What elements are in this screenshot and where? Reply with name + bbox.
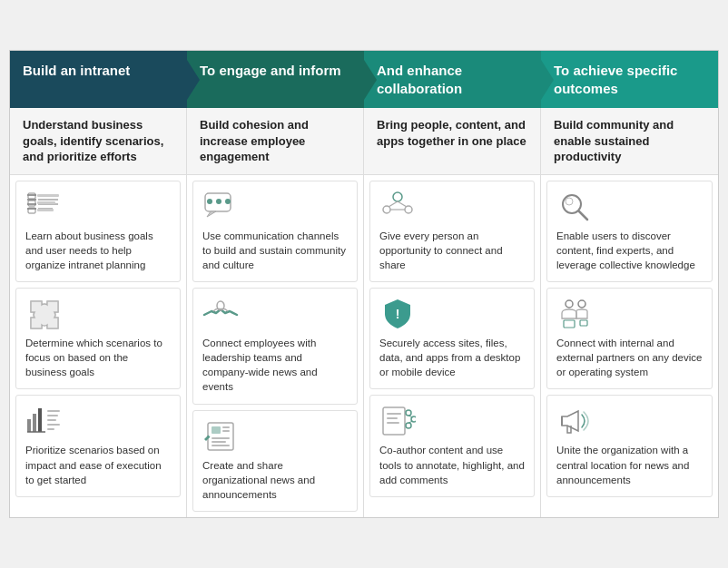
card-1-2: Determine which scenarios to focus on ba… — [15, 288, 181, 389]
card-1-3: Prioritize scenarios based on impact and… — [15, 395, 181, 496]
card-3-2-text: Securely access sites, files, data, and … — [379, 336, 525, 379]
header-cell-1: Build an intranet — [10, 51, 187, 108]
svg-rect-44 — [387, 413, 401, 415]
handshake-icon — [202, 298, 239, 330]
card-3-3: Co-author content and use tools to annot… — [369, 395, 535, 496]
header-cell-3: And enhance collaboration — [364, 51, 541, 108]
svg-rect-57 — [580, 320, 587, 326]
svg-rect-33 — [212, 441, 226, 443]
chat-icon — [202, 191, 239, 223]
news-icon — [202, 420, 239, 453]
subheader-cell-4: Build community and enable sustained pro… — [541, 108, 718, 174]
svg-rect-25 — [216, 199, 221, 204]
svg-rect-34 — [212, 445, 230, 446]
megaphone-icon — [556, 405, 593, 437]
svg-point-48 — [406, 423, 411, 428]
header-cell-2: To engage and inform — [187, 51, 364, 108]
header-row: Build an intranet To engage and inform A… — [10, 51, 718, 108]
header-label-1: Build an intranet — [23, 62, 130, 80]
svg-line-39 — [389, 201, 398, 207]
card-3-2: ! Securely access sites, files, data, an… — [369, 288, 535, 389]
card-2-1-text: Use communication channels to build and … — [202, 229, 348, 272]
main-container: Build an intranet To engage and inform A… — [9, 50, 719, 518]
content-col-1: Learn about business goals and user need… — [10, 175, 187, 517]
card-1-3-text: Prioritize scenarios based on impact and… — [25, 443, 171, 486]
card-3-1-text: Give every person an opportunity to conn… — [379, 229, 525, 272]
svg-rect-13 — [37, 209, 54, 211]
svg-point-56 — [578, 300, 585, 308]
svg-point-54 — [566, 198, 573, 205]
card-4-2: Connect with internal and external partn… — [546, 288, 713, 389]
svg-rect-22 — [47, 428, 54, 430]
chart-icon — [25, 405, 62, 437]
card-1-2-text: Determine which scenarios to focus on ba… — [25, 336, 171, 379]
svg-text:!: ! — [396, 307, 400, 321]
svg-rect-24 — [207, 199, 212, 204]
svg-rect-46 — [387, 422, 399, 424]
content-col-2: Use communication channels to build and … — [187, 175, 364, 517]
svg-line-40 — [398, 201, 407, 207]
card-2-2-text: Connect employees with leadership teams … — [202, 336, 348, 394]
svg-rect-31 — [222, 430, 230, 432]
svg-rect-14 — [27, 419, 31, 432]
card-4-1: Enable users to discover content, find e… — [546, 181, 713, 282]
card-4-1-text: Enable users to discover content, find e… — [556, 229, 703, 272]
svg-rect-19 — [47, 415, 58, 416]
card-4-3-text: Unite the organization with a central lo… — [556, 443, 703, 486]
card-2-3: Create and share organizational news and… — [192, 410, 358, 512]
svg-rect-58 — [564, 320, 575, 328]
svg-rect-21 — [47, 424, 60, 426]
card-2-1: Use communication channels to build and … — [192, 181, 358, 282]
svg-rect-45 — [387, 417, 398, 419]
card-1-1: Learn about business goals and user need… — [15, 181, 181, 282]
svg-rect-29 — [212, 426, 221, 434]
svg-rect-43 — [383, 407, 405, 435]
svg-rect-32 — [212, 437, 230, 439]
list-icon — [25, 191, 62, 223]
svg-point-55 — [566, 300, 573, 308]
svg-rect-12 — [37, 201, 55, 204]
svg-rect-15 — [33, 414, 36, 432]
card-1-1-text: Learn about business goals and user need… — [25, 229, 171, 272]
card-2-2: Connect employees with leadership teams … — [192, 288, 358, 404]
content-row: Learn about business goals and user need… — [10, 175, 718, 517]
svg-rect-16 — [38, 408, 42, 432]
card-4-3: Unite the organization with a central lo… — [546, 395, 713, 496]
puzzle-icon — [25, 298, 62, 330]
subheader-cell-1: Understand business goals, identify scen… — [10, 108, 187, 174]
search-magnify-icon — [556, 191, 593, 223]
people-icon — [379, 191, 416, 223]
svg-rect-20 — [47, 419, 56, 421]
header-label-4: To achieve specific outcomes — [554, 62, 705, 97]
coauthor-icon — [379, 405, 416, 437]
svg-point-36 — [393, 192, 402, 201]
svg-rect-3 — [38, 199, 58, 201]
devices-icon — [556, 298, 593, 330]
svg-rect-18 — [47, 410, 60, 412]
svg-rect-30 — [222, 426, 230, 428]
card-2-3-text: Create and share organizational news and… — [202, 458, 348, 502]
svg-line-53 — [579, 211, 587, 220]
subheader-row: Understand business goals, identify scen… — [10, 108, 718, 175]
card-3-3-text: Co-author content and use tools to annot… — [379, 443, 525, 486]
header-cell-4: To achieve specific outcomes — [541, 51, 718, 108]
card-3-1: Give every person an opportunity to conn… — [369, 181, 535, 282]
card-4-2-text: Connect with internal and external partn… — [556, 336, 703, 379]
svg-point-47 — [406, 410, 411, 416]
svg-rect-26 — [225, 199, 231, 204]
shield-icon: ! — [379, 298, 416, 330]
svg-rect-11 — [37, 194, 59, 197]
header-label-3: And enhance collaboration — [377, 62, 528, 97]
subheader-cell-2: Build cohesion and increase employee eng… — [187, 108, 364, 174]
content-col-4: Enable users to discover content, find e… — [541, 175, 718, 517]
subheader-cell-3: Bring people, content, and apps together… — [364, 108, 541, 174]
header-label-2: To engage and inform — [200, 62, 341, 80]
content-col-3: Give every person an opportunity to conn… — [364, 175, 541, 517]
